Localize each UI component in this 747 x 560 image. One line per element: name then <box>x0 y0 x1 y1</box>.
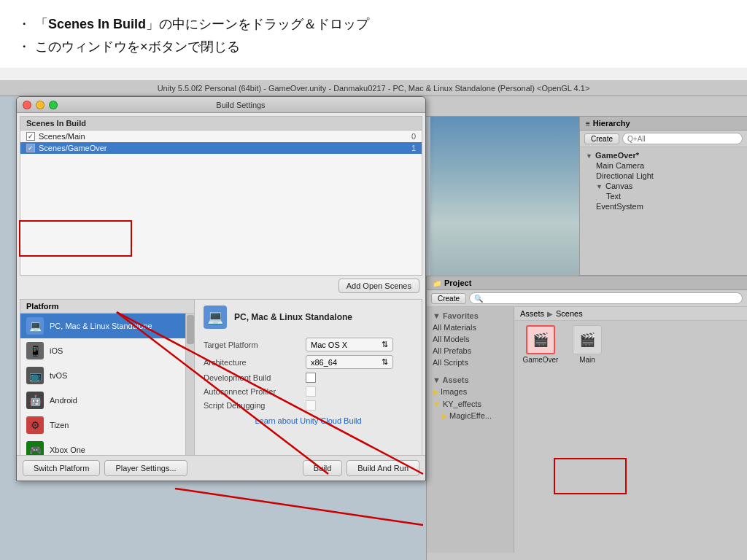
architecture-dropdown[interactable]: x86_64 ⇅ <box>306 355 393 369</box>
architecture-row: Architecture x86_64 ⇅ <box>204 355 413 369</box>
build-settings-bottom: Switch Platform Player Settings... Build… <box>17 455 425 481</box>
instruction-text-1: 「Scenes In Build」の中にシーンをドラッグ＆ドロップ <box>35 13 369 36</box>
instruction-line-2: ・ このウィンドウを×ボタンで閉じる <box>18 36 729 58</box>
project-header: 📁 Project <box>427 276 747 290</box>
tree-item-directional-light: Directional Light <box>586 171 741 181</box>
scene-item-main[interactable]: Scenes/Main 0 <box>20 131 422 142</box>
bullet-1: ・ <box>18 13 31 36</box>
platform-item-android[interactable]: 🤖 Android <box>20 388 194 413</box>
platform-item-tvos[interactable]: 📺 tvOS <box>20 363 194 388</box>
dev-build-checkbox[interactable] <box>306 373 316 383</box>
gameover-label: GameOver <box>523 356 559 364</box>
autoconnect-label: Autoconnect Profiler <box>204 387 306 396</box>
project-panel: 📁 Project Create ▼ Favorites All Materia… <box>426 276 747 560</box>
platform-icon-android: 🤖 <box>26 392 44 409</box>
hierarchy-title: Hierarchy <box>593 119 630 128</box>
architecture-arrow: ⇅ <box>382 357 388 367</box>
instruction-text-2: このウィンドウを×ボタンで閉じる <box>35 36 240 58</box>
folder-icon: ▶ <box>433 387 438 396</box>
window-min-btn[interactable] <box>36 101 44 109</box>
asset-main[interactable]: 🎬 Main <box>565 325 609 548</box>
project-all-scripts[interactable]: All Scripts <box>427 357 514 368</box>
project-icon: 📁 <box>433 279 441 287</box>
platform-name-android: Android <box>50 396 77 405</box>
scene-item-gameover[interactable]: Scenes/GameOver 1 <box>20 142 422 154</box>
hierarchy-search-input[interactable] <box>622 133 743 144</box>
instruction-line-1: ・ 「Scenes In Build」の中にシーンをドラッグ＆ドロップ <box>18 13 729 36</box>
add-open-scenes-btn[interactable]: Add Open Scenes <box>338 279 419 293</box>
script-debug-label: Script Debugging <box>204 401 306 410</box>
gameover-scene-icon: 🎬 <box>526 325 555 354</box>
hierarchy-header: ≡ Hierarchy <box>580 117 747 131</box>
project-search-input[interactable] <box>469 292 743 304</box>
player-settings-btn[interactable]: Player Settings... <box>104 460 187 476</box>
project-all-prefabs[interactable]: All Prefabs <box>427 345 514 357</box>
add-open-scenes-row: Add Open Scenes <box>20 276 422 296</box>
platform-list: Platform 💻 PC, Mac & Linux Standalone 📱 … <box>20 299 195 460</box>
project-magiceff-folder[interactable]: ▶ MagicEffe... <box>427 410 514 422</box>
platform-section: Platform 💻 PC, Mac & Linux Standalone 📱 … <box>20 299 422 460</box>
breadcrumb-scenes[interactable]: Scenes <box>556 309 583 318</box>
target-platform-dropdown[interactable]: Mac OS X ⇅ <box>306 338 393 351</box>
switch-platform-btn[interactable]: Switch Platform <box>23 460 100 476</box>
tree-item-eventsystem: EventSystem <box>586 201 741 211</box>
platform-scrollbar[interactable] <box>185 314 194 459</box>
platform-settings-panel: 💻 PC, Mac & Linux Standalone Target Plat… <box>195 299 422 460</box>
scene-checkbox-gameover[interactable] <box>26 144 35 152</box>
window-titlebar: Build Settings <box>17 97 425 113</box>
project-ky-effects-folder[interactable]: ▼ KY_effects <box>427 398 514 410</box>
editor-area: Unity 5.5.0f2 Personal (64bit) - GameOve… <box>0 80 747 560</box>
breadcrumb: Assets ▶ Scenes <box>514 307 747 321</box>
bold-scenes-in-build: Scenes In Build <box>48 17 146 31</box>
window-close-btn[interactable] <box>23 101 31 109</box>
scenes-section: Scenes In Build Scenes/Main 0 Scenes/Gam… <box>17 113 425 299</box>
scroll-thumb <box>187 315 194 344</box>
hierarchy-tree: ▼ GameOver* Main Camera Directional Ligh… <box>580 147 747 214</box>
platform-settings-title: PC, Mac & Linux Standalone <box>234 312 352 322</box>
platform-item-pc[interactable]: 💻 PC, Mac & Linux Standalone <box>20 314 194 338</box>
asset-gameover[interactable]: 🎬 GameOver <box>519 325 562 548</box>
hierarchy-panel: ≡ Hierarchy Create ▼ GameOver* Main Came… <box>579 117 747 276</box>
platform-name-ios: iOS <box>50 346 63 355</box>
bottom-left-buttons: Switch Platform Player Settings... <box>23 460 187 476</box>
main-scene-icon: 🎬 <box>573 325 602 354</box>
unity-title-text: Unity 5.5.0f2 Personal (64bit) - GameOve… <box>158 84 590 93</box>
project-toolbar: Create <box>427 290 747 307</box>
hierarchy-create-btn[interactable]: Create <box>584 133 619 144</box>
platform-name-tizen: Tizen <box>50 421 69 429</box>
project-images-folder[interactable]: ▶ Images <box>427 386 514 398</box>
target-platform-value: Mac OS X <box>311 341 347 349</box>
instruction-area: ・ 「Scenes In Build」の中にシーンをドラッグ＆ドロップ ・ この… <box>0 0 747 68</box>
platform-settings-icon: 💻 <box>204 306 227 329</box>
scene-name-gameover: Scenes/GameOver <box>39 144 411 152</box>
platform-header: Platform <box>20 300 194 314</box>
project-title: Project <box>444 279 471 287</box>
autoconnect-checkbox[interactable] <box>306 386 316 397</box>
tree-item-gameoverwild: ▼ GameOver* <box>586 150 741 160</box>
build-settings-window: Build Settings Scenes In Build Scenes/Ma… <box>16 96 426 481</box>
platform-item-tizen[interactable]: ⚙ Tizen <box>20 413 194 438</box>
hierarchy-toolbar: Create <box>580 131 747 147</box>
folder-icon-magic: ▶ <box>441 411 447 420</box>
platform-item-ios[interactable]: 📱 iOS <box>20 338 194 363</box>
cloud-build-link[interactable]: Learn about Unity Cloud Build <box>204 416 413 425</box>
build-btn[interactable]: Build <box>303 460 342 476</box>
window-max-btn[interactable] <box>49 101 58 109</box>
architecture-value: x86_64 <box>311 358 337 367</box>
window-title-text: Build Settings <box>62 101 419 109</box>
script-debug-row: Script Debugging <box>204 400 413 411</box>
project-favorites-header: ▼ Favorites <box>427 310 514 322</box>
breadcrumb-assets[interactable]: Assets <box>520 309 544 318</box>
scene-checkbox-main[interactable] <box>26 132 35 141</box>
bullet-2: ・ <box>18 36 31 58</box>
script-debug-checkbox[interactable] <box>306 400 316 411</box>
project-all-models[interactable]: All Models <box>427 333 514 345</box>
project-all-materials[interactable]: All Materials <box>427 322 514 333</box>
folder-icon-ky: ▼ <box>433 400 441 408</box>
svg-line-12 <box>175 489 423 525</box>
tree-item-text: Text <box>586 191 741 201</box>
build-and-run-btn[interactable]: Build And Run <box>347 460 419 476</box>
project-create-btn[interactable]: Create <box>431 293 466 304</box>
bottom-right-buttons: Build Build And Run <box>303 460 419 476</box>
platform-icon-tvos: 📺 <box>26 367 44 384</box>
